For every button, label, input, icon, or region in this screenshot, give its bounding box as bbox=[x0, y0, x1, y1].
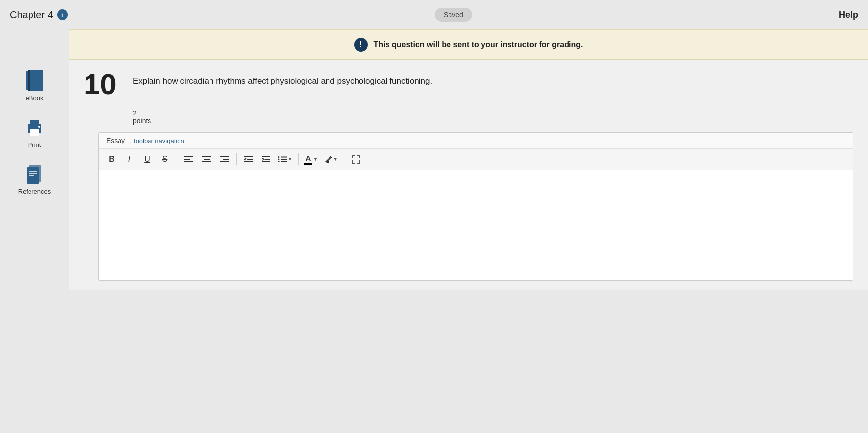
print-label: Print bbox=[28, 141, 41, 148]
essay-toolbar: B I U S bbox=[99, 149, 853, 170]
question-number: 10 bbox=[84, 70, 123, 99]
font-color-bar bbox=[304, 163, 312, 165]
svg-point-28 bbox=[278, 156, 280, 158]
list-dropdown-arrow: ▼ bbox=[288, 157, 292, 162]
notification-text: This question will be sent to your instr… bbox=[374, 40, 583, 49]
underline-button[interactable]: U bbox=[139, 152, 155, 167]
svg-rect-5 bbox=[30, 129, 39, 136]
question-text: Explain how circadian rhythms affect phy… bbox=[133, 70, 432, 87]
sidebar-item-ebook[interactable]: eBook bbox=[24, 70, 45, 102]
font-color-indicator: A bbox=[304, 154, 312, 165]
info-icon[interactable]: i bbox=[57, 9, 68, 20]
toolbar-divider-4 bbox=[344, 153, 344, 165]
references-icon bbox=[24, 163, 45, 185]
toolbar-divider-1 bbox=[177, 153, 177, 165]
print-icon bbox=[24, 116, 45, 138]
sidebar: eBook Print bbox=[0, 60, 69, 290]
svg-point-7 bbox=[38, 126, 40, 128]
chapter-title: Chapter 4 bbox=[10, 9, 53, 21]
ebook-label: eBook bbox=[26, 94, 44, 102]
question-area: 10 Explain how circadian rhythms affect … bbox=[69, 60, 868, 290]
sidebar-item-references[interactable]: References bbox=[18, 163, 51, 195]
question-header: 10 Explain how circadian rhythms affect … bbox=[84, 70, 853, 99]
strikethrough-button[interactable]: S bbox=[157, 152, 173, 167]
align-center-button[interactable] bbox=[199, 152, 214, 167]
align-left-button[interactable] bbox=[181, 152, 197, 167]
list-dropdown-button[interactable]: ▼ bbox=[276, 152, 294, 167]
essay-header: Essay Toolbar navigation bbox=[99, 133, 853, 149]
top-bar-left: Chapter 4 i bbox=[10, 9, 68, 21]
top-bar: Chapter 4 i Saved Help bbox=[0, 0, 868, 29]
ebook-icon bbox=[24, 70, 45, 91]
essay-textarea[interactable] bbox=[99, 170, 853, 278]
svg-rect-0 bbox=[28, 70, 43, 91]
essay-label: Essay bbox=[106, 137, 125, 144]
font-color-button[interactable]: A ▼ bbox=[302, 152, 320, 167]
notification-icon: ! bbox=[354, 38, 368, 52]
bold-button[interactable]: B bbox=[104, 152, 120, 167]
sidebar-item-print[interactable]: Print bbox=[24, 116, 45, 148]
saved-badge: Saved bbox=[435, 8, 472, 22]
font-color-arrow: ▼ bbox=[313, 157, 318, 162]
top-bar-right: Help bbox=[839, 10, 858, 20]
font-color-a-label: A bbox=[306, 154, 311, 162]
main-content: eBook Print bbox=[0, 60, 868, 290]
italic-button[interactable]: I bbox=[121, 152, 137, 167]
toolbar-divider-3 bbox=[298, 153, 299, 165]
points-label: points bbox=[133, 117, 151, 125]
notification-banner: ! This question will be sent to your ins… bbox=[69, 29, 868, 60]
references-label: References bbox=[18, 188, 51, 195]
align-right-button[interactable] bbox=[216, 152, 232, 167]
help-link[interactable]: Help bbox=[839, 10, 858, 20]
toolbar-nav-link[interactable]: Toolbar navigation bbox=[132, 137, 184, 144]
highlight-button[interactable]: ▼ bbox=[322, 152, 340, 167]
outdent-button[interactable] bbox=[240, 152, 256, 167]
points-value: 2 bbox=[133, 109, 137, 117]
svg-point-30 bbox=[278, 159, 280, 160]
points-section: 2 points bbox=[133, 109, 853, 125]
indent-button[interactable] bbox=[258, 152, 274, 167]
svg-point-32 bbox=[278, 161, 280, 162]
expand-button[interactable] bbox=[348, 152, 364, 167]
essay-container: Essay Toolbar navigation B I U S bbox=[98, 132, 853, 281]
highlight-arrow: ▼ bbox=[333, 157, 338, 162]
svg-rect-9 bbox=[27, 167, 39, 184]
svg-rect-2 bbox=[28, 70, 30, 91]
toolbar-divider-2 bbox=[236, 153, 237, 165]
